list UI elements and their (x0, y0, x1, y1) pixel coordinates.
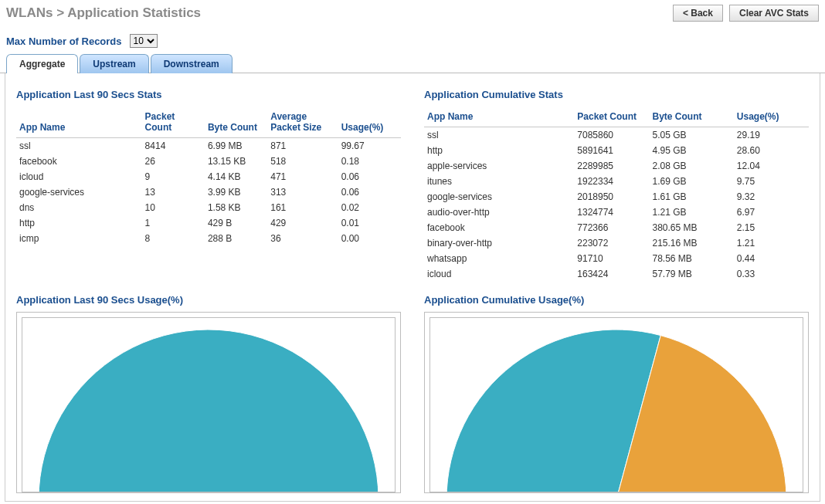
cum-table: App Name Packet Count Byte Count Usage(%… (424, 107, 809, 282)
table-row: ssl84146.99 MB87199.67 (16, 138, 401, 154)
col-pkt: Packet Count (574, 107, 649, 127)
col-avg: Average Packet Size (267, 107, 338, 138)
table-row: apple-services22899852.08 GB12.04 (424, 158, 809, 174)
table-row: facebook2613.15 KB5180.18 (16, 154, 401, 169)
col-usage: Usage(%) (734, 107, 809, 127)
content-scroll[interactable]: Application Last 90 Secs Stats App Name … (5, 73, 820, 502)
tab-downstream[interactable]: Downstream (151, 54, 233, 73)
table-row: icloud94.14 KB4710.06 (16, 169, 401, 184)
table-row: itunes19223341.69 GB9.75 (424, 174, 809, 189)
cum-usage-title: Application Cumulative Usage(%) (424, 294, 809, 306)
table-row: ssl70858605.05 GB29.19 (424, 127, 809, 144)
table-row: google-services133.99 KB3130.06 (16, 184, 401, 200)
table-row: whatsapp9171078.56 MB0.44 (424, 251, 809, 266)
col-byte: Byte Count (205, 107, 267, 138)
table-row: http1429 B4290.01 (16, 215, 401, 231)
last90-usage-chart (16, 312, 401, 493)
back-button[interactable]: < Back (673, 5, 723, 22)
cum-title: Application Cumulative Stats (424, 89, 809, 100)
last90-title: Application Last 90 Secs Stats (16, 89, 401, 100)
col-usage: Usage(%) (338, 107, 401, 138)
table-row: dns101.58 KB1610.02 (16, 200, 401, 215)
last90-usage-title: Application Last 90 Secs Usage(%) (16, 294, 401, 306)
col-pkt: Packet Count (142, 107, 205, 138)
table-row: binary-over-http223072215.16 MB1.21 (424, 235, 809, 251)
table-row: audio-over-http13247741.21 GB6.97 (424, 205, 809, 220)
cum-usage-chart (424, 312, 809, 493)
last90-table: App Name Packet Count Byte Count Average… (16, 107, 401, 246)
clear-avc-stats-button[interactable]: Clear AVC Stats (729, 5, 819, 22)
col-app: App Name (424, 107, 574, 127)
table-row: http58916414.95 GB28.60 (424, 143, 809, 158)
breadcrumb: WLANs > Application Statistics (6, 5, 201, 21)
col-app: App Name (16, 107, 142, 138)
tab-aggregate[interactable]: Aggregate (6, 54, 78, 73)
table-row: google-services20189501.61 GB9.32 (424, 189, 809, 205)
max-records-select[interactable]: 10 (130, 34, 158, 48)
col-byte: Byte Count (649, 107, 733, 127)
table-row: icmp8288 B360.00 (16, 231, 401, 246)
table-row: icloud16342457.79 MB0.33 (424, 266, 809, 282)
pie-slice (39, 330, 379, 492)
max-records-label: Max Number of Records (6, 36, 122, 47)
tab-upstream[interactable]: Upstream (80, 54, 148, 73)
table-row: facebook772366380.65 MB2.15 (424, 220, 809, 235)
